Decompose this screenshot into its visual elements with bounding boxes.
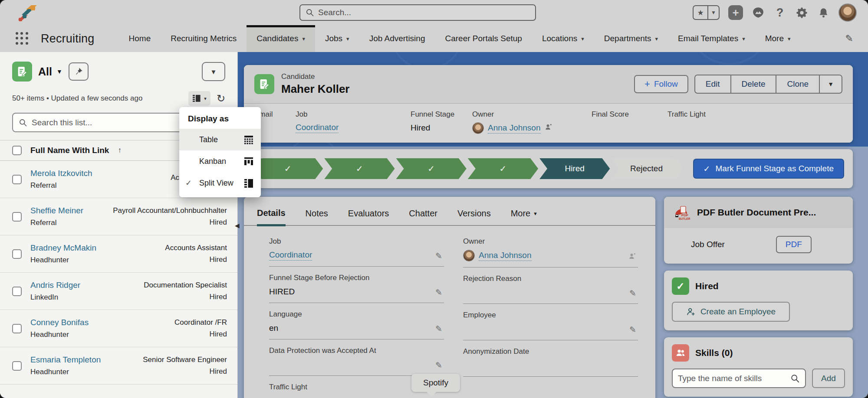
tab-versions[interactable]: Versions bbox=[457, 208, 491, 225]
select-all-checkbox[interactable] bbox=[12, 146, 22, 155]
candidate-name-link[interactable]: Andris Ridger bbox=[30, 281, 80, 290]
global-actions-icon[interactable]: + bbox=[728, 5, 743, 20]
tab-more[interactable]: More▾ bbox=[755, 25, 801, 52]
edit-pencil-icon[interactable]: ✎ bbox=[435, 251, 442, 261]
row-checkbox[interactable] bbox=[12, 212, 22, 222]
tab-details[interactable]: Details bbox=[257, 208, 286, 226]
funnel-path: ✓ ✓ ✓ ✓ Hired Rejected bbox=[253, 158, 682, 179]
edit-nav-pencil-icon[interactable]: ✎ bbox=[845, 25, 853, 52]
edit-pencil-icon[interactable]: ✎ bbox=[435, 360, 442, 370]
more-actions-caret[interactable]: ▼ bbox=[819, 75, 842, 93]
global-search[interactable] bbox=[299, 4, 536, 21]
chevron-down-icon[interactable]: ▼ bbox=[56, 68, 62, 75]
setup-gear-icon[interactable] bbox=[795, 6, 808, 19]
list-item[interactable]: Conney Bonifas Headhunter Coordinator /F… bbox=[0, 310, 237, 347]
list-item[interactable]: Bradney McMakin Headhunter Accounts Assi… bbox=[0, 235, 237, 273]
list-item[interactable]: Sheffie Meiner Referral Payroll Accounta… bbox=[0, 198, 237, 235]
row-checkbox[interactable] bbox=[12, 361, 22, 371]
skills-search[interactable] bbox=[672, 369, 806, 388]
tab-notes[interactable]: Notes bbox=[306, 208, 328, 225]
tab-candidates[interactable]: Candidates▾ bbox=[247, 25, 315, 52]
menu-item-kanban[interactable]: Kanban bbox=[179, 150, 261, 172]
candidate-name-link[interactable]: Sheffie Meiner bbox=[30, 206, 83, 215]
trailhead-icon[interactable] bbox=[752, 6, 765, 19]
row-checkbox[interactable] bbox=[12, 324, 22, 333]
global-search-input[interactable] bbox=[318, 8, 530, 17]
path-stage-complete[interactable]: ✓ bbox=[396, 158, 467, 179]
row-checkbox[interactable] bbox=[12, 175, 22, 184]
check-icon: ✓ bbox=[704, 164, 710, 174]
favorites-caret-icon[interactable]: ▼ bbox=[707, 6, 719, 19]
skills-search-input[interactable] bbox=[678, 374, 790, 383]
field-employee: Employee ✎ bbox=[463, 304, 638, 340]
job-link[interactable]: Coordinator bbox=[296, 123, 339, 133]
owner-link[interactable]: Anna Johnson bbox=[479, 251, 532, 261]
user-avatar[interactable] bbox=[838, 3, 857, 22]
tab-career-portals-setup[interactable]: Career Portals Setup bbox=[435, 25, 532, 52]
clone-button[interactable]: Clone bbox=[776, 75, 819, 93]
chevron-down-icon[interactable]: ▾ bbox=[346, 36, 349, 42]
edit-pencil-icon[interactable]: ✎ bbox=[435, 324, 442, 334]
hired-card: ✓ Hired Create an Employee bbox=[664, 271, 853, 330]
chevron-down-icon[interactable]: ▾ bbox=[302, 36, 305, 42]
edit-pencil-icon[interactable]: ✎ bbox=[629, 288, 636, 298]
candidate-name-link[interactable]: Merola Itzkovitch bbox=[30, 169, 92, 178]
candidate-name-link[interactable]: Esmaria Templeton bbox=[30, 355, 101, 365]
path-stage-complete[interactable]: ✓ bbox=[324, 158, 395, 179]
refresh-icon[interactable]: ↻ bbox=[217, 93, 225, 104]
change-owner-icon[interactable] bbox=[545, 123, 552, 133]
edit-button[interactable]: Edit bbox=[695, 75, 730, 93]
list-item[interactable]: Andris Ridger LinkedIn Documentation Spe… bbox=[0, 273, 237, 310]
path-stage-complete[interactable]: ✓ bbox=[253, 158, 323, 179]
tab-home[interactable]: Home bbox=[119, 25, 161, 52]
candidate-name-link[interactable]: Conney Bonifas bbox=[30, 318, 89, 327]
list-item[interactable]: Johna Winstanley Senior Software Enginee… bbox=[0, 385, 237, 398]
candidate-job: Payroll Accountant/Lohnbuchhalter bbox=[113, 206, 227, 215]
sort-ascending-icon[interactable]: ↑ bbox=[118, 146, 122, 155]
tab-recruiting-metrics[interactable]: Recruiting Metrics bbox=[161, 25, 247, 52]
path-stage-current[interactable]: Hired bbox=[539, 158, 610, 179]
change-owner-icon[interactable] bbox=[628, 252, 636, 262]
owner-link[interactable]: Anna Johnson bbox=[488, 123, 541, 134]
edit-pencil-icon[interactable]: ✎ bbox=[629, 325, 636, 335]
follow-button[interactable]: + Follow bbox=[634, 75, 688, 93]
pin-list-button[interactable] bbox=[69, 62, 89, 81]
list-view-selector[interactable]: All ▼ bbox=[38, 65, 62, 78]
help-icon[interactable]: ? bbox=[773, 6, 786, 19]
display-as-button[interactable]: ▾ bbox=[188, 91, 210, 106]
menu-item-split-view[interactable]: ✓ Split View bbox=[179, 172, 261, 194]
row-checkbox[interactable] bbox=[12, 287, 22, 296]
chevron-down-icon[interactable]: ▾ bbox=[655, 36, 658, 42]
tab-jobs[interactable]: Jobs▾ bbox=[315, 25, 359, 52]
job-link[interactable]: Coordinator bbox=[269, 250, 312, 261]
star-icon[interactable]: ★ bbox=[694, 6, 707, 19]
add-skill-button[interactable]: Add bbox=[812, 369, 845, 388]
mark-stage-complete-button[interactable]: ✓ Mark Funnel Stage as Complete bbox=[693, 159, 844, 179]
notifications-bell-icon[interactable] bbox=[817, 6, 830, 19]
row-checkbox[interactable] bbox=[12, 249, 22, 259]
collapse-panel-icon[interactable]: ◀ bbox=[235, 222, 240, 229]
chevron-down-icon[interactable]: ▾ bbox=[788, 36, 791, 42]
favorites-split-button[interactable]: ★ ▼ bbox=[693, 5, 720, 20]
pdf-button[interactable]: PDF bbox=[776, 236, 812, 253]
tab-departments[interactable]: Departments▾ bbox=[594, 25, 668, 52]
tab-more[interactable]: More▾ bbox=[511, 208, 537, 225]
candidate-name-link[interactable]: Bradney McMakin bbox=[30, 243, 96, 253]
app-launcher-icon[interactable] bbox=[16, 32, 29, 45]
path-stage-complete[interactable]: ✓ bbox=[468, 158, 538, 179]
tab-chatter[interactable]: Chatter bbox=[409, 208, 437, 225]
create-employee-button[interactable]: Create an Employee bbox=[672, 302, 790, 322]
delete-button[interactable]: Delete bbox=[730, 75, 776, 93]
menu-item-table[interactable]: Table bbox=[179, 129, 261, 150]
tab-email-templates[interactable]: Email Templates▾ bbox=[668, 25, 755, 52]
chevron-down-icon[interactable]: ▾ bbox=[581, 36, 584, 42]
tab-locations[interactable]: Locations▾ bbox=[532, 25, 594, 52]
chevron-down-icon[interactable]: ▾ bbox=[204, 96, 207, 101]
edit-pencil-icon[interactable]: ✎ bbox=[435, 287, 442, 297]
tab-evaluators[interactable]: Evaluators bbox=[348, 208, 389, 225]
list-item[interactable]: Esmaria Templeton Headhunter Senior Soft… bbox=[0, 347, 237, 385]
list-view-controls-button[interactable]: ▼ bbox=[202, 62, 225, 81]
chevron-down-icon[interactable]: ▾ bbox=[742, 36, 745, 42]
path-stage-rejected[interactable]: Rejected bbox=[611, 158, 681, 179]
tab-job-advertising[interactable]: Job Advertising bbox=[359, 25, 435, 52]
